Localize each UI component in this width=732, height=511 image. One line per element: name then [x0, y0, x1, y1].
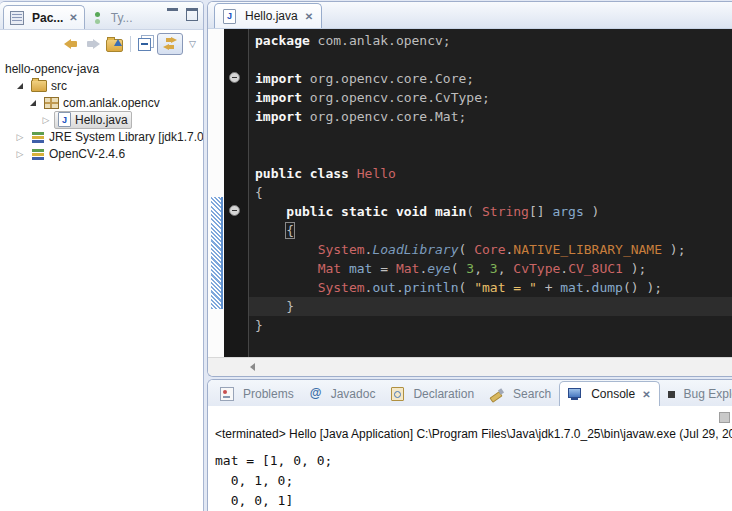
java-file-icon: [58, 112, 71, 127]
console-output: mat = [1, 0, 0; 0, 1, 0; 0, 0, 1]: [215, 451, 332, 511]
tree-item-box: com.anlak.opencv: [41, 95, 163, 111]
close-icon[interactable]: ✕: [69, 12, 77, 23]
back-icon[interactable]: [64, 38, 79, 50]
code-line[interactable]: import org.opencv.core.Core;: [249, 69, 732, 88]
fold-margin: [224, 29, 249, 358]
minimize-view-icon[interactable]: [167, 8, 178, 20]
code-line[interactable]: System.out.println( "mat = " + mat.dump(…: [249, 278, 732, 297]
twisty-expanded-icon[interactable]: [28, 100, 38, 106]
fold-collapse-icon[interactable]: [229, 72, 240, 83]
tree-item-box: hello-opencv-java: [2, 61, 102, 77]
scroll-left-icon[interactable]: [250, 363, 255, 371]
editor-tabbar: Hello.java ✕: [208, 2, 732, 29]
tree-item-label: OpenCV-2.4.6: [49, 147, 125, 161]
horizontal-scrollbar[interactable]: [208, 357, 732, 376]
tree-item-src[interactable]: src: [0, 77, 203, 94]
maximize-view-icon[interactable]: [186, 8, 198, 21]
twisty-collapsed-icon[interactable]: ▷: [15, 132, 25, 142]
tree-item-label: hello-opencv-java: [5, 62, 99, 76]
tree-item-box: OpenCV-2.4.6: [28, 146, 128, 162]
console-tabbar: ProblemsJavadocDeclarationSearchConsole✕…: [208, 380, 732, 406]
package-icon: [44, 97, 59, 109]
forward-icon[interactable]: [85, 38, 100, 50]
console-toolbar-button[interactable]: [719, 412, 730, 423]
view-menu-icon[interactable]: ▽: [189, 38, 196, 50]
code-line[interactable]: [249, 145, 732, 164]
tree-item-label: com.anlak.opencv: [63, 96, 160, 110]
console-status-line: <terminated> Hello [Java Application] C:…: [215, 427, 732, 441]
code-line[interactable]: import org.opencv.core.CvType;: [249, 88, 732, 107]
editor-tab-hello-java[interactable]: Hello.java ✕: [214, 3, 322, 28]
package-tree: hello-opencv-javasrccom.anlak.opencv▷Hel…: [0, 57, 203, 162]
package-explorer-icon: [10, 11, 24, 25]
tree-item-hello-opencv-java[interactable]: hello-opencv-java: [0, 60, 203, 77]
tree-item-com-anlak-opencv[interactable]: com.anlak.opencv: [0, 94, 203, 111]
editor-window: Hello.java ✕ package com.anlak.opencv;im…: [207, 1, 732, 377]
bug-icon: [668, 391, 675, 398]
editor-tab-label: Hello.java: [245, 9, 298, 23]
code-line[interactable]: }: [249, 297, 732, 316]
tab-label: Bug Explorer: [684, 387, 732, 401]
fold-collapse-icon[interactable]: [229, 205, 240, 216]
code-line[interactable]: [249, 50, 732, 69]
tree-item-hello-java[interactable]: ▷Hello.java: [0, 111, 203, 128]
console-output-line: 0, 0, 1]: [215, 491, 332, 511]
code-line[interactable]: Mat mat = Mat.eye( 3, 3, CvType.CV_8UC1 …: [249, 259, 732, 278]
tree-item-label: JRE System Library [jdk1.7.0: [49, 130, 203, 144]
tree-item-jre-system-library-jdk1-7-0[interactable]: ▷JRE System Library [jdk1.7.0: [0, 128, 203, 145]
javadoc-icon: [310, 388, 322, 401]
tab-console[interactable]: Console✕: [559, 381, 659, 406]
close-icon[interactable]: ✕: [305, 11, 313, 22]
code-line[interactable]: {: [249, 221, 732, 240]
tab-bug-explorer[interactable]: Bug Explorer: [660, 382, 732, 406]
java-file-icon: [223, 9, 236, 24]
tab-declaration[interactable]: Declaration: [383, 382, 482, 406]
view-tabbar: Pac... ✕ Ty...: [0, 2, 203, 30]
tab-type-hierarchy[interactable]: Ty...: [85, 6, 139, 29]
declaration-icon: [391, 387, 404, 401]
tab-label: Console: [591, 387, 635, 401]
console-body: <terminated> Hello [Java Application] C:…: [208, 407, 732, 511]
view-window-buttons: [167, 8, 198, 21]
method-range-indicator: [211, 197, 223, 309]
collapse-all-icon[interactable]: [138, 38, 151, 51]
link-with-editor-icon: [163, 37, 177, 50]
library-icon: [31, 131, 45, 143]
console-view: ProblemsJavadocDeclarationSearchConsole✕…: [207, 379, 732, 511]
tab-package-explorer[interactable]: Pac... ✕: [3, 5, 85, 29]
tab-javadoc[interactable]: Javadoc: [302, 382, 384, 406]
tree-item-box: src: [28, 78, 70, 94]
tab-label: Declaration: [413, 387, 474, 401]
package-explorer-view: Pac... ✕ Ty... ▽ hello-opencv-javasrcco: [0, 1, 204, 511]
code-line[interactable]: System.LoadLibrary( Core.NATIVE_LIBRARY_…: [249, 240, 732, 259]
code-line[interactable]: {: [249, 183, 732, 202]
tree-item-box: JRE System Library [jdk1.7.0: [28, 129, 203, 145]
twisty-collapsed-icon[interactable]: ▷: [15, 149, 25, 159]
type-hierarchy-icon: [91, 12, 103, 24]
code-line[interactable]: public class Hello: [249, 164, 732, 183]
console-output-line: mat = [1, 0, 0;: [215, 451, 332, 471]
workbench: Pac... ✕ Ty... ▽ hello-opencv-javasrcco: [0, 0, 732, 511]
tree-item-label: src: [51, 79, 67, 93]
library-icon: [31, 148, 45, 160]
tab-problems[interactable]: Problems: [212, 382, 302, 406]
code-line[interactable]: import org.opencv.core.Mat;: [249, 107, 732, 126]
tree-item-opencv-2-4-6[interactable]: ▷OpenCV-2.4.6: [0, 145, 203, 162]
twisty-collapsed-icon[interactable]: ▷: [41, 115, 51, 125]
code-line[interactable]: public static void main( String[] args ): [249, 202, 732, 221]
tab-label: Ty...: [111, 11, 133, 25]
code-line[interactable]: }: [249, 316, 732, 335]
code-line[interactable]: [249, 126, 732, 145]
twisty-expanded-icon[interactable]: [15, 83, 25, 89]
close-icon[interactable]: ✕: [642, 389, 650, 400]
toolbar-separator: [130, 36, 131, 52]
package-explorer-toolbar: ▽: [0, 30, 203, 57]
go-up-icon[interactable]: [106, 39, 123, 52]
link-with-editor-button[interactable]: [157, 33, 183, 55]
tab-label: Javadoc: [331, 387, 376, 401]
code-line[interactable]: package com.anlak.opencv;: [249, 31, 732, 50]
tab-search[interactable]: Search: [482, 382, 559, 406]
tree-item-label: Hello.java: [75, 113, 128, 127]
code-editor[interactable]: package com.anlak.opencv;import org.open…: [208, 29, 732, 358]
console-output-line: 0, 1, 0;: [215, 471, 332, 491]
